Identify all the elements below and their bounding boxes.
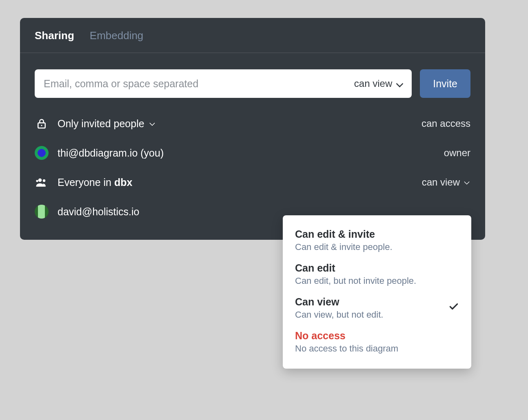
member-row: thi@dbdiagram.io (you) owner — [35, 146, 470, 160]
access-scope-label: Only invited people — [58, 118, 144, 130]
access-scope-row: Only invited people can access — [35, 117, 470, 130]
chevron-down-icon — [464, 179, 470, 186]
permission-option-title: Can view — [295, 296, 444, 308]
member-label: Everyone in dbx — [58, 177, 132, 188]
group-icon — [35, 175, 49, 189]
permission-option[interactable]: Can editCan edit, but not invite people. — [283, 257, 471, 291]
invite-button[interactable]: Invite — [420, 69, 470, 98]
permission-dropdown: Can edit & inviteCan edit & invite peopl… — [283, 215, 471, 369]
access-list: Only invited people can access thi@dbdia… — [35, 117, 470, 219]
svg-point-4 — [36, 180, 38, 182]
tab-sharing[interactable]: Sharing — [35, 29, 74, 42]
member-label-prefix: Everyone in — [58, 177, 114, 188]
member-role-label: can view — [422, 177, 460, 188]
avatar — [35, 146, 49, 160]
svg-point-2 — [38, 178, 42, 182]
permission-option-title: Can edit & invite — [295, 228, 459, 240]
permission-option-desc: Can edit, but not invite people. — [295, 276, 459, 286]
permission-option[interactable]: Can viewCan view, but not edit. — [283, 291, 471, 325]
permission-option-desc: Can edit & invite people. — [295, 242, 459, 252]
tab-embedding[interactable]: Embedding — [90, 29, 144, 42]
member-row: Everyone in dbx can view — [35, 175, 470, 189]
avatar — [35, 205, 49, 219]
chevron-down-icon — [396, 80, 403, 87]
permission-option[interactable]: Can edit & inviteCan edit & invite peopl… — [283, 223, 471, 257]
member-label: david@holistics.io — [58, 206, 139, 218]
check-icon — [448, 301, 459, 312]
member-label: thi@dbdiagram.io (you) — [58, 147, 164, 159]
invite-permission-select[interactable]: can view — [354, 78, 403, 89]
chevron-down-icon — [149, 120, 156, 127]
dialog-body: can view Invite Only in — [20, 53, 485, 240]
permission-option[interactable]: No accessNo access to this diagram — [283, 325, 471, 359]
member-label-bold: dbx — [114, 177, 132, 188]
svg-point-3 — [43, 179, 45, 182]
dialog-tabs: Sharing Embedding — [20, 18, 485, 53]
access-scope-role: can access — [422, 118, 470, 129]
access-scope-select[interactable]: Only invited people — [58, 118, 156, 130]
permission-option-title: No access — [295, 330, 459, 342]
member-role: owner — [444, 147, 470, 159]
lock-icon — [35, 117, 49, 130]
permission-option-title: Can edit — [295, 262, 459, 274]
email-box: can view — [35, 69, 412, 98]
permission-option-desc: No access to this diagram — [295, 343, 459, 354]
svg-point-1 — [41, 125, 42, 126]
sharing-dialog: Sharing Embedding can view Invite — [20, 18, 485, 240]
invite-permission-label: can view — [354, 78, 392, 89]
member-role-select[interactable]: can view — [422, 177, 470, 188]
permission-option-desc: Can view, but not edit. — [295, 309, 444, 320]
email-input[interactable] — [44, 78, 354, 90]
invite-row: can view Invite — [35, 69, 470, 98]
